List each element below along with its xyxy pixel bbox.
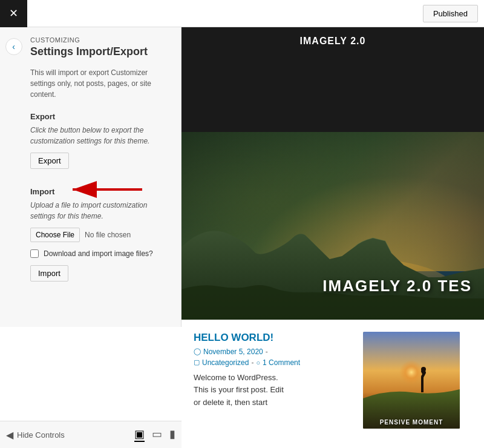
import-section: Import Upload a file to import customiza… (30, 187, 172, 282)
comment-icon: ○ (256, 359, 260, 366)
published-button[interactable]: Published (423, 5, 478, 22)
preview-area: IMAGELY 2.0 (182, 27, 484, 448)
blog-meta-date: ◯ November 5, 2020 - (194, 348, 351, 356)
hero-image: IMAGELY 2.0 TES (182, 132, 484, 320)
main-layout: ‹ Customizing Settings Import/Export Thi… (0, 27, 484, 448)
meta-separator-2: - (251, 358, 253, 367)
svg-point-5 (381, 345, 442, 406)
post-category: Uncategorized (202, 358, 249, 367)
pensive-label: PENSIVE MOMENT (363, 419, 460, 426)
download-import-checkbox[interactable] (30, 249, 39, 258)
meta-separator-1: - (266, 348, 268, 356)
mobile-icon[interactable]: ▮ (169, 427, 175, 442)
sidebar-wrapper: ‹ Customizing Settings Import/Export Thi… (0, 27, 182, 448)
folder-icon: ▢ (194, 358, 200, 366)
post-comments: 1 Comment (263, 358, 300, 367)
svg-point-6 (421, 367, 426, 372)
close-icon: ✕ (9, 7, 18, 20)
bottom-bar: ◀ Hide Controls ▣ ▭ ▮ (0, 421, 182, 448)
checkbox-label: Download and import image files? (44, 249, 153, 258)
blog-body-line-3: or delete it, then start (194, 397, 351, 409)
top-bar: ✕ Published (0, 0, 484, 27)
clock-icon: ◯ (194, 348, 201, 355)
blog-body-line-2: This is your first post. Edit (194, 384, 351, 397)
sidebar-content: Customizing Settings Import/Export This … (27, 27, 181, 291)
tablet-icon[interactable]: ▭ (152, 427, 162, 442)
blog-body: Welcome to WordPress. This is your first… (194, 372, 351, 409)
sidebar-title: Settings Import/Export (30, 45, 172, 58)
checkbox-row: Download and import image files? (30, 249, 172, 258)
blog-meta-category: ▢ Uncategorized - ○ 1 Comment (194, 358, 351, 367)
no-file-label: No file chosen (85, 231, 131, 239)
customizing-label: Customizing (30, 36, 172, 44)
hide-controls-label: Hide Controls (17, 430, 65, 440)
hide-controls-button[interactable]: ◀ Hide Controls (6, 429, 65, 441)
sidebar-back: ‹ (0, 27, 27, 327)
post-date: November 5, 2020 (203, 348, 263, 356)
chevron-left-icon: ‹ (12, 42, 15, 51)
side-image: PENSIVE MOMENT (363, 332, 460, 429)
blog-card: HELLO WORLD! ◯ November 5, 2020 - ▢ Unca… (194, 332, 351, 436)
blog-post-title: HELLO WORLD! (194, 332, 351, 344)
description-text: This will import or export Customizer se… (30, 67, 172, 100)
back-button[interactable]: ‹ (5, 38, 22, 55)
arrow-left-icon: ◀ (6, 429, 13, 441)
import-heading: Import (30, 187, 172, 196)
sidebar: ‹ Customizing Settings Import/Export Thi… (0, 27, 182, 327)
export-heading: Export (30, 112, 172, 121)
import-desc: Upload a file to import customization se… (30, 200, 172, 222)
hero-overlay: IMAGELY 2.0 TES (322, 277, 472, 295)
desktop-icon[interactable]: ▣ (134, 427, 145, 442)
import-button[interactable]: Import (30, 265, 68, 282)
device-icons: ▣ ▭ ▮ (134, 427, 175, 442)
choose-file-button[interactable]: Choose File (30, 228, 80, 242)
export-desc: Click the button below to export the cus… (30, 125, 172, 147)
hero-text: IMAGELY 2.0 TES (322, 277, 472, 295)
preview-title-bar: IMAGELY 2.0 (182, 27, 484, 132)
close-button[interactable]: ✕ (0, 0, 27, 27)
file-input-row: Choose File No file chosen (30, 228, 172, 242)
blog-content: HELLO WORLD! ◯ November 5, 2020 - ▢ Unca… (182, 320, 484, 449)
export-button[interactable]: Export (30, 153, 69, 169)
blog-body-line-1: Welcome to WordPress. (194, 372, 351, 384)
